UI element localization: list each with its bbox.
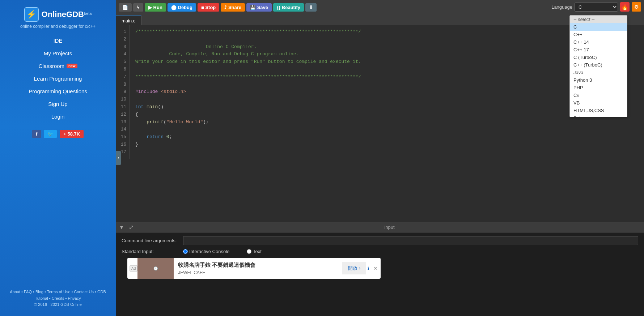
logo-text: OnlineGDBbeta <box>42 10 92 19</box>
file-icon: 📄 <box>122 5 128 10</box>
footer-privacy[interactable]: Privacy <box>68 296 81 300</box>
logo-icon: ⚡ <box>24 7 39 22</box>
run-button[interactable]: ▶ Run <box>145 3 166 12</box>
main-area: 📄 ⑂ ▶ Run ⬤ Debug ■ Stop ⤴ Share 💾 Save … <box>116 0 644 316</box>
sidebar-item-classroom[interactable]: Classroom new <box>0 60 116 72</box>
footer-faq[interactable]: FAQ <box>24 290 32 294</box>
dropdown-option-cpp[interactable]: C++ <box>570 31 627 38</box>
stdin-radio-group: Interactive Console Text <box>183 249 305 254</box>
footer-blog[interactable]: Blog <box>35 290 43 294</box>
ad-title: 收購名牌手錶 不要錯過這個機會 <box>178 262 338 269</box>
bottom-toolbar: ▾ ⤢ input <box>116 222 644 232</box>
ad-info-button[interactable]: ℹ <box>366 265 370 272</box>
sidebar-item-sign-up[interactable]: Sign Up <box>0 98 116 110</box>
stdin-label: Standard Input: <box>122 249 179 254</box>
bottom-content: Command line arguments: Standard Input: … <box>116 232 644 285</box>
dropdown-option-cpp14[interactable]: C++ 14 <box>570 38 627 46</box>
text-label: Text <box>247 249 305 254</box>
footer-terms[interactable]: Terms of Use <box>47 290 71 294</box>
advertisement: Ad 🕐 收購名牌手錶 不要錯過這個機會 JEWEL CAFE 開放 › ℹ ✕ <box>127 258 381 279</box>
footer-credits[interactable]: Credits <box>52 296 64 300</box>
classroom-badge: new <box>67 64 77 68</box>
file-button[interactable]: 📄 <box>119 3 132 12</box>
plus-button[interactable]: + 58.7K <box>60 130 84 138</box>
footer-copyright: © 2016 - 2021 GDB Online <box>4 302 112 308</box>
dropdown-option-cpp17[interactable]: C++ 17 <box>570 46 627 54</box>
dropdown-option-php[interactable]: PHP <box>570 84 627 91</box>
dropdown-option-java[interactable]: Java <box>570 69 627 76</box>
toolbar: 📄 ⑂ ▶ Run ⬤ Debug ■ Stop ⤴ Share 💾 Save … <box>116 0 644 15</box>
download-button[interactable]: ⬇ <box>305 3 317 12</box>
dropdown-option-vb[interactable]: VB <box>570 99 627 107</box>
dropdown-option-c[interactable]: C <box>570 23 627 31</box>
ad-badge: Ad <box>130 265 137 272</box>
debug-button[interactable]: ⬤ Debug <box>168 3 196 12</box>
dropdown-option-csharp[interactable]: C# <box>570 91 627 99</box>
dropdown-header: -- select -- <box>570 16 627 23</box>
facebook-button[interactable]: f <box>32 130 41 138</box>
code-container: 12345 678910 1112131415 1617 /**********… <box>116 25 644 159</box>
line-numbers: 12345 678910 1112131415 1617 <box>116 25 130 159</box>
footer-about[interactable]: About <box>10 290 20 294</box>
social-buttons: f 🐦 + 58.7K <box>32 130 84 138</box>
tab-main-c[interactable]: main.c <box>116 16 141 25</box>
dropdown-option-python3[interactable]: Python 3 <box>570 76 627 84</box>
editor-tabs: main.c <box>116 15 644 25</box>
twitter-icon: 🐦 <box>47 131 53 137</box>
bottom-expand-button[interactable]: ⤢ <box>127 223 135 231</box>
sidebar-item-my-projects[interactable]: My Projects <box>0 47 116 59</box>
bottom-panel: ▾ ⤢ input Command line arguments: Standa… <box>116 222 644 316</box>
sidebar: ⚡ OnlineGDBbeta online compiler and debu… <box>0 0 116 316</box>
save-button[interactable]: 💾 Save <box>246 3 272 12</box>
code-content[interactable]: /***************************************… <box>130 25 644 159</box>
facebook-icon: f <box>36 131 37 137</box>
ad-cta-button[interactable]: 開放 › <box>342 262 366 274</box>
ad-text: 收購名牌手錶 不要錯過這個機會 JEWEL CAFE <box>174 259 342 278</box>
language-select[interactable]: C C++ C++ 14 C++ 17 C (TurboC) C++ (Turb… <box>575 3 618 12</box>
cmd-args-label: Command line arguments: <box>122 238 179 243</box>
ad-close-button[interactable]: ✕ <box>370 264 381 273</box>
share-button[interactable]: ⤴ Share <box>221 3 245 12</box>
twitter-button[interactable]: 🐦 <box>44 130 57 138</box>
cmd-args-input[interactable] <box>183 236 638 245</box>
footer-contact[interactable]: Contact Us <box>74 290 94 294</box>
dropdown-option-html-js-css[interactable]: HTML,JS,CSS <box>570 107 627 114</box>
sidebar-nav: IDE My Projects Classroom new Learn Prog… <box>0 35 116 123</box>
code-editor[interactable]: 12345 678910 1112131415 1617 /**********… <box>116 25 644 222</box>
stop-button[interactable]: ■ Stop <box>198 3 219 12</box>
language-dropdown[interactable]: -- select -- C C++ C++ 14 C++ 17 C (Turb… <box>569 15 627 117</box>
sidebar-item-ide[interactable]: IDE <box>0 35 116 47</box>
sidebar-collapse-button[interactable]: ‹ <box>116 151 121 165</box>
footer-links: About • FAQ • Blog • Terms of Use • Cont… <box>4 289 112 302</box>
interactive-console-label: Interactive Console <box>183 249 241 254</box>
sidebar-item-programming-questions[interactable]: Programming Questions <box>0 85 116 97</box>
beautify-button[interactable]: {} Beautify <box>273 3 304 12</box>
dropdown-option-cpp-turboc[interactable]: C++ (TurboC) <box>570 61 627 69</box>
sidebar-tagline: online compiler and debugger for c/c++ <box>20 24 96 29</box>
dropdown-option-c-turboc[interactable]: C (TurboC) <box>570 54 627 61</box>
stdin-row: Standard Input: Interactive Console Text <box>122 249 638 254</box>
sidebar-logo: ⚡ OnlineGDBbeta <box>24 7 92 22</box>
sidebar-item-login[interactable]: Login <box>0 111 116 123</box>
fork-icon: ⑂ <box>137 5 140 10</box>
lang-config-button[interactable]: ⚙ <box>632 2 641 12</box>
interactive-console-radio[interactable] <box>183 249 188 254</box>
editor-and-panel: 12345 678910 1112131415 1617 /**********… <box>116 25 644 316</box>
sidebar-footer: About • FAQ • Blog • Terms of Use • Cont… <box>0 285 116 312</box>
sidebar-item-learn-programming[interactable]: Learn Programming <box>0 73 116 85</box>
language-area: Language C C++ C++ 14 C++ 17 C (TurboC) … <box>551 2 641 12</box>
language-dropdown-list: -- select -- C C++ C++ 14 C++ 17 C (Turb… <box>570 16 627 117</box>
language-label: Language <box>551 4 572 10</box>
text-radio[interactable] <box>247 249 251 254</box>
bottom-collapse-button[interactable]: ▾ <box>119 223 124 231</box>
dropdown-option-ruby[interactable]: Ruby <box>570 114 627 117</box>
input-panel-label: input <box>138 225 641 230</box>
lang-settings-button[interactable]: 🔥 <box>620 2 630 12</box>
ad-image: 🕐 <box>137 258 174 279</box>
fork-button[interactable]: ⑂ <box>133 3 143 12</box>
ad-brand: JEWEL CAFE <box>178 270 338 275</box>
cmd-args-row: Command line arguments: <box>122 236 638 245</box>
